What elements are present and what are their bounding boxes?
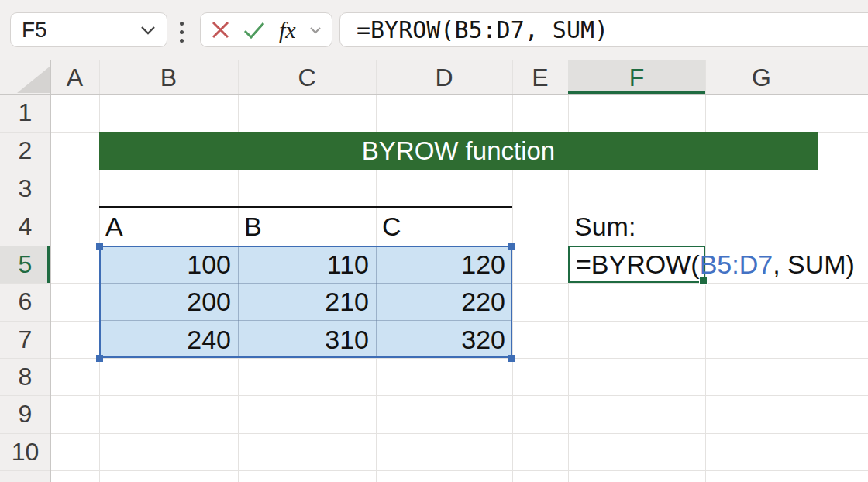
cell-b5[interactable]: 100: [99, 246, 238, 283]
selected-row-accent-bar: [47, 246, 50, 283]
gridline: [0, 433, 868, 434]
gridline: [0, 358, 868, 359]
column-header-d[interactable]: D: [376, 60, 512, 94]
name-box-value: F5: [22, 13, 47, 46]
row-header-9[interactable]: 9: [0, 395, 50, 433]
column-header-e[interactable]: E: [512, 60, 568, 94]
cell-c4[interactable]: B: [238, 208, 376, 246]
formula-bar-value: =BYROW(B5:D7, SUM): [356, 13, 608, 46]
row-header-4[interactable]: 4: [0, 208, 50, 246]
toolbar-separator-dots: [180, 22, 184, 43]
range-handle-top-left[interactable]: [96, 243, 103, 250]
select-all-corner[interactable]: [17, 67, 50, 93]
row-header-2[interactable]: 2: [0, 132, 50, 170]
fx-chevron-down-icon[interactable]: [309, 26, 322, 34]
cell-b6[interactable]: 200: [99, 283, 238, 321]
confirm-icon[interactable]: [243, 22, 265, 39]
formula-action-group: fx: [200, 12, 332, 47]
name-box[interactable]: F5: [10, 12, 167, 47]
cell-c7[interactable]: 310: [238, 321, 376, 358]
column-header-b[interactable]: B: [99, 60, 238, 94]
cell-b4[interactable]: A: [99, 208, 238, 246]
cell-d6[interactable]: 220: [376, 283, 512, 321]
title-banner-cell[interactable]: BYROW function: [99, 132, 818, 170]
column-header-a[interactable]: A: [50, 60, 99, 94]
formula-toolbar: F5 fx =BYROW(B5:D7, SUM): [0, 0, 868, 60]
cell-f4-sum-label[interactable]: Sum:: [568, 208, 705, 246]
fx-label: fx: [279, 17, 296, 43]
row-header-6[interactable]: 6: [0, 283, 50, 321]
gridline: [512, 60, 513, 482]
row-header-3[interactable]: 3: [0, 170, 50, 208]
row-header-1[interactable]: 1: [0, 94, 50, 132]
cancel-icon[interactable]: [211, 20, 230, 40]
formula-range-reference: B5:D7: [700, 250, 773, 279]
formula-suffix: , SUM): [773, 250, 855, 279]
range-handle-top-right[interactable]: [508, 243, 515, 250]
cell-d5[interactable]: 120: [376, 246, 512, 283]
cell-c6[interactable]: 210: [238, 283, 376, 321]
row-header-8[interactable]: 8: [0, 358, 50, 395]
row-header-10[interactable]: 10: [0, 433, 50, 470]
column-header-c[interactable]: C: [238, 60, 376, 94]
gridline: [0, 470, 868, 471]
range-handle-bottom-left[interactable]: [96, 355, 103, 362]
row-header-7[interactable]: 7: [0, 321, 50, 358]
gridline: [0, 395, 868, 396]
column-header-f-selected[interactable]: F: [568, 60, 705, 94]
cell-b7[interactable]: 240: [99, 321, 238, 358]
cell-f5-formula-text[interactable]: =BYROW(B5:D7, SUM): [568, 246, 855, 283]
cell-c5[interactable]: 110: [238, 246, 376, 283]
formula-bar[interactable]: =BYROW(B5:D7, SUM): [339, 12, 868, 47]
gridline: [50, 60, 51, 482]
range-handle-bottom-right[interactable]: [508, 355, 515, 362]
cell-d4[interactable]: C: [376, 208, 512, 246]
gridline: [0, 170, 868, 170]
cell-d7[interactable]: 320: [376, 321, 512, 358]
spreadsheet-app: F5 fx =BYROW(B5:D7, SUM): [0, 0, 868, 482]
row-header-5-selected[interactable]: 5: [0, 246, 50, 283]
selected-column-accent-bar: [568, 91, 705, 94]
insert-function-icon[interactable]: fx: [279, 15, 296, 46]
column-header-g[interactable]: G: [705, 60, 818, 94]
gridline: [0, 94, 868, 95]
chevron-down-icon[interactable]: [140, 26, 156, 35]
formula-prefix: =BYROW(: [576, 250, 700, 279]
